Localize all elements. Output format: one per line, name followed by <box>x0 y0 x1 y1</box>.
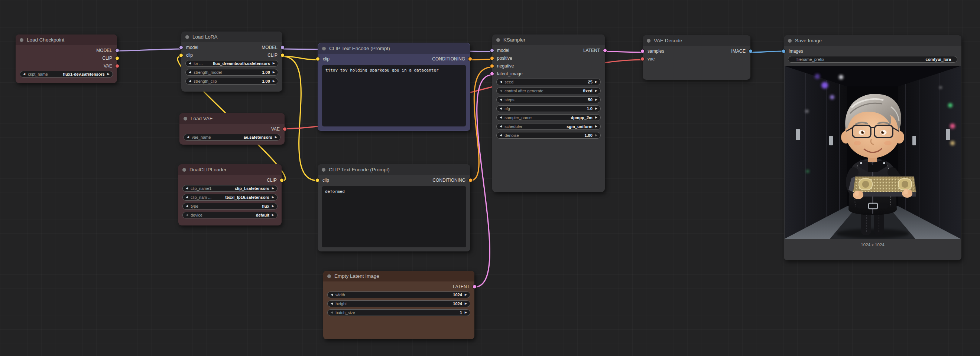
decrement-arrow-icon[interactable]: ◀ <box>500 98 502 101</box>
widget-sampler-name[interactable]: ◀ sampler_name dpmpp_2m ▶ <box>496 114 601 121</box>
clip-input-dot[interactable] <box>316 57 320 60</box>
node-header[interactable]: Empty Latent Image <box>323 271 474 282</box>
clip-input-dot[interactable] <box>180 54 183 57</box>
node-dual-clip-loader[interactable]: DualCLIPLoader CLIP ◀ clip_name1 clip_l.… <box>178 164 282 225</box>
node-vae-decode[interactable]: VAE Decode samples IMAGE vae <box>643 35 751 80</box>
increment-arrow-icon[interactable]: ▶ <box>595 116 597 119</box>
node-load-checkpoint[interactable]: Load Checkpoint MODEL CLIP VAE ◀ ckpt_na… <box>16 35 117 83</box>
increment-arrow-icon[interactable]: ▶ <box>465 293 467 296</box>
collapse-dot-icon[interactable] <box>183 117 187 120</box>
decrement-arrow-icon[interactable]: ◀ <box>186 196 188 199</box>
decrement-arrow-icon[interactable]: ◀ <box>331 293 333 296</box>
image-output-dot[interactable] <box>749 49 752 53</box>
decrement-arrow-icon[interactable]: ◀ <box>189 71 191 74</box>
increment-arrow-icon[interactable]: ▶ <box>595 89 597 92</box>
decrement-arrow-icon[interactable]: ◀ <box>186 205 188 208</box>
widget-width[interactable]: ◀ width 1024 ▶ <box>327 291 470 298</box>
node-header[interactable]: CLIP Text Encode (Prompt) <box>318 164 470 175</box>
widget-control-after-generate[interactable]: ◀ control after generate fixed ▶ <box>496 87 601 94</box>
node-header[interactable]: Load Checkpoint <box>16 35 117 45</box>
latent-output-dot[interactable] <box>603 49 607 52</box>
decrement-arrow-icon[interactable]: ◀ <box>189 62 191 65</box>
increment-arrow-icon[interactable]: ▶ <box>273 71 275 74</box>
decrement-arrow-icon[interactable]: ◀ <box>500 81 502 84</box>
vae-output-dot[interactable] <box>116 64 119 68</box>
clip-output-dot[interactable] <box>281 54 284 57</box>
clip-output-dot[interactable] <box>280 178 283 182</box>
collapse-dot-icon[interactable] <box>647 39 651 43</box>
node-load-vae[interactable]: Load VAE VAE ◀ vae_name ae.safetensors ▶ <box>180 113 285 145</box>
samples-input-dot[interactable] <box>641 49 644 53</box>
widget-device[interactable]: ◀ device default ▶ <box>182 212 277 218</box>
negative-input-dot[interactable] <box>490 64 494 68</box>
node-canvas[interactable]: Load Checkpoint MODEL CLIP VAE ◀ ckpt_na… <box>0 0 980 356</box>
node-empty-latent-image[interactable]: Empty Latent Image LATENT ◀ width 1024 ▶… <box>323 271 474 339</box>
widget-lora-name[interactable]: ◀ lor ... flux_dreambooth.safetensors ▶ <box>185 60 278 67</box>
vae-output-dot[interactable] <box>283 127 286 131</box>
model-input-dot[interactable] <box>490 49 494 52</box>
node-header[interactable]: CLIP Text Encode (Prompt) <box>318 43 470 54</box>
decrement-arrow-icon[interactable]: ◀ <box>500 116 502 119</box>
node-ksampler[interactable]: KSampler model LATENT positive negative … <box>492 35 605 192</box>
collapse-dot-icon[interactable] <box>327 274 331 278</box>
node-header[interactable]: KSampler <box>492 35 605 45</box>
node-clip-text-encode-positive[interactable]: CLIP Text Encode (Prompt) clip CONDITION… <box>318 43 470 131</box>
increment-arrow-icon[interactable]: ▶ <box>595 134 597 137</box>
collapse-dot-icon[interactable] <box>185 35 189 39</box>
widget-scheduler[interactable]: ◀ scheduler sgm_uniform ▶ <box>496 123 601 130</box>
increment-arrow-icon[interactable]: ▶ <box>465 311 467 314</box>
widget-strength-clip[interactable]: ◀ strength_clip 1.00 ▶ <box>185 78 278 85</box>
decrement-arrow-icon[interactable]: ◀ <box>500 125 502 128</box>
conditioning-output-dot[interactable] <box>468 57 472 60</box>
decrement-arrow-icon[interactable]: ◀ <box>331 311 333 314</box>
increment-arrow-icon[interactable]: ▶ <box>272 205 274 208</box>
prompt-textarea[interactable]: tjtoy toy holding sparkgpu gpu in a data… <box>322 65 466 127</box>
widget-batch-size[interactable]: ◀ batch_size 1 ▶ <box>327 309 470 316</box>
widget-ckpt-name[interactable]: ◀ ckpt_name flux1-dev.safetensors ▶ <box>20 71 113 78</box>
conditioning-output-dot[interactable] <box>469 178 472 182</box>
node-header[interactable]: Load LoRA <box>181 32 282 42</box>
images-input-dot[interactable] <box>782 49 785 53</box>
decrement-arrow-icon[interactable]: ◀ <box>186 214 188 217</box>
decrement-arrow-icon[interactable]: ◀ <box>500 134 502 137</box>
increment-arrow-icon[interactable]: ▶ <box>595 107 597 110</box>
node-header[interactable]: Load VAE <box>180 113 285 124</box>
model-output-dot[interactable] <box>116 49 119 52</box>
clip-output-dot[interactable] <box>116 56 119 60</box>
widget-height[interactable]: ◀ height 1024 ▶ <box>327 301 470 307</box>
widget-clip-name1[interactable]: ◀ clip_name1 clip_l.safetensors ▶ <box>182 185 277 192</box>
decrement-arrow-icon[interactable]: ◀ <box>186 187 188 190</box>
decrement-arrow-icon[interactable]: ◀ <box>187 136 189 139</box>
widget-denoise[interactable]: ◀ denoise 1.00 ▶ <box>496 132 601 139</box>
widget-vae-name[interactable]: ◀ vae_name ae.safetensors ▶ <box>183 134 280 141</box>
widget-strength-model[interactable]: ◀ strength_model 1.00 ▶ <box>185 69 278 76</box>
model-input-dot[interactable] <box>180 46 183 49</box>
collapse-dot-icon[interactable] <box>182 168 186 172</box>
increment-arrow-icon[interactable]: ▶ <box>273 62 275 65</box>
increment-arrow-icon[interactable]: ▶ <box>272 187 274 190</box>
vae-input-dot[interactable] <box>641 57 644 60</box>
increment-arrow-icon[interactable]: ▶ <box>272 196 274 199</box>
widget-steps[interactable]: ◀ steps 50 ▶ <box>496 97 601 103</box>
clip-input-dot[interactable] <box>316 178 319 182</box>
widget-cfg[interactable]: ◀ cfg 1.0 ▶ <box>496 105 601 112</box>
node-save-image[interactable]: Save Image images filename_prefix comfyu… <box>784 35 961 260</box>
widget-clip-name2[interactable]: ◀ clip_nam ... t5xxl_fp16.safetensors ▶ <box>182 194 277 201</box>
decrement-arrow-icon[interactable]: ◀ <box>331 302 333 305</box>
positive-input-dot[interactable] <box>490 56 494 60</box>
collapse-dot-icon[interactable] <box>496 38 500 42</box>
increment-arrow-icon[interactable]: ▶ <box>465 302 467 305</box>
node-load-lora[interactable]: Load LoRA model MODEL clip CLIP ◀ lor ..… <box>181 32 282 92</box>
increment-arrow-icon[interactable]: ▶ <box>595 125 597 128</box>
collapse-dot-icon[interactable] <box>20 38 24 42</box>
increment-arrow-icon[interactable]: ▶ <box>273 80 275 83</box>
decrement-arrow-icon[interactable]: ◀ <box>23 73 25 76</box>
node-header[interactable]: Save Image <box>784 35 961 46</box>
widget-type[interactable]: ◀ type flux ▶ <box>182 203 277 209</box>
increment-arrow-icon[interactable]: ▶ <box>107 73 110 76</box>
decrement-arrow-icon[interactable]: ◀ <box>500 89 502 92</box>
widget-filename-prefix[interactable]: filename_prefix comfyui_lora <box>788 56 957 63</box>
decrement-arrow-icon[interactable]: ◀ <box>189 80 191 83</box>
node-clip-text-encode-negative[interactable]: CLIP Text Encode (Prompt) clip CONDITION… <box>318 164 470 252</box>
latent-image-input-dot[interactable] <box>490 72 494 75</box>
